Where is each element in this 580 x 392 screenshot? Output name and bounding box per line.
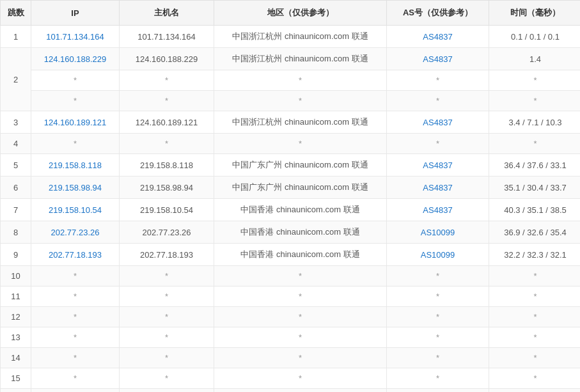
cell-region: 中国香港 chinaunicom.com 联通 (214, 199, 387, 221)
table-row: 12***** (1, 307, 581, 327)
cell-ip[interactable]: 202.77.18.193 (31, 244, 120, 266)
cell-ip[interactable]: 219.158.10.54 (31, 199, 120, 221)
cell-hop: 15 (1, 368, 31, 389)
cell-as: * (387, 348, 489, 368)
cell-ip: * (31, 266, 120, 286)
cell-star: * (214, 70, 387, 91)
cell-as: * (387, 266, 489, 286)
cell-ip[interactable]: 124.160.188.229 (31, 48, 120, 70)
header-as: AS号（仅供参考） (387, 1, 489, 26)
cell-as: * (387, 368, 489, 389)
cell-ip: * (31, 134, 120, 154)
cell-host: 202.77.23.26 (120, 221, 214, 244)
cell-host: * (120, 286, 214, 307)
cell-hop: 9 (1, 244, 31, 266)
table-row: 6219.158.98.94219.158.98.94中国广东广州 chinau… (1, 176, 581, 199)
cell-region: 中国香港 chinaunicom.com 联通 (214, 244, 387, 266)
cell-as: * (387, 286, 489, 307)
cell-hop: 8 (1, 221, 31, 244)
cell-host: * (120, 266, 214, 286)
table-row: 4***** (1, 134, 581, 154)
cell-as[interactable]: AS136950 (387, 389, 489, 393)
table-row: 14***** (1, 348, 581, 368)
cell-as[interactable]: AS4837 (387, 26, 489, 48)
cell-host: * (120, 348, 214, 368)
cell-time: * (489, 348, 581, 368)
cell-ip[interactable]: 219.158.8.118 (31, 154, 120, 176)
table-row: 11***** (1, 286, 581, 307)
cell-star: * (489, 70, 581, 91)
cell-host: * (120, 134, 214, 154)
cell-hop: 12 (1, 307, 31, 327)
cell-region: 中国香港 kx-idc.com (214, 389, 387, 393)
cell-as: * (387, 307, 489, 327)
cell-region: * (214, 348, 387, 368)
cell-hop: 11 (1, 286, 31, 307)
header-host: 主机名 (120, 1, 214, 26)
cell-region: * (214, 286, 387, 307)
cell-hop: 1 (1, 26, 31, 48)
cell-time: * (489, 134, 581, 154)
cell-ip[interactable]: 202.77.23.26 (31, 221, 120, 244)
cell-host: 219.158.10.54 (120, 199, 214, 221)
cell-as[interactable]: AS4837 (387, 199, 489, 221)
cell-hop: 16 (1, 389, 31, 393)
cell-host: 103.100.62.105 (120, 389, 214, 393)
cell-host: 124.160.188.229 (120, 48, 214, 70)
cell-region: 中国香港 chinaunicom.com 联通 (214, 221, 387, 244)
cell-star: * (489, 91, 581, 111)
cell-star: * (31, 91, 120, 111)
cell-hop: 4 (1, 134, 31, 154)
cell-as: * (387, 134, 489, 154)
cell-region: * (214, 266, 387, 286)
cell-ip[interactable]: 103.100.62.105 (31, 389, 120, 393)
table-row: 10***** (1, 266, 581, 286)
cell-time: * (489, 307, 581, 327)
table-header-row: 跳数 IP 主机名 地区（仅供参考） AS号（仅供参考） 时间（毫秒） (1, 1, 581, 26)
table-row: ***** (1, 70, 581, 91)
cell-ip[interactable]: 101.71.134.164 (31, 26, 120, 48)
table-row: 13***** (1, 327, 581, 348)
cell-star: * (214, 91, 387, 111)
cell-time: 30.1 / 30 / 30.1 (489, 389, 581, 393)
cell-region: 中国浙江杭州 chinaunicom.com 联通 (214, 111, 387, 134)
cell-ip[interactable]: 219.158.98.94 (31, 176, 120, 199)
cell-host: 124.160.189.121 (120, 111, 214, 134)
cell-ip: * (31, 327, 120, 348)
cell-ip[interactable]: 124.160.189.121 (31, 111, 120, 134)
cell-host: 219.158.98.94 (120, 176, 214, 199)
cell-region: 中国浙江杭州 chinaunicom.com 联通 (214, 48, 387, 70)
cell-time: 35.1 / 30.4 / 33.7 (489, 176, 581, 199)
cell-time: 40.3 / 35.1 / 38.5 (489, 199, 581, 221)
cell-as[interactable]: AS4837 (387, 154, 489, 176)
cell-host: 202.77.18.193 (120, 244, 214, 266)
cell-ip: * (31, 286, 120, 307)
cell-time: 36.4 / 37.6 / 33.1 (489, 154, 581, 176)
cell-as[interactable]: AS10099 (387, 221, 489, 244)
cell-host: 101.71.134.164 (120, 26, 214, 48)
cell-star: * (387, 70, 489, 91)
cell-as[interactable]: AS4837 (387, 111, 489, 134)
table-row: 8202.77.23.26202.77.23.26中国香港 chinaunico… (1, 221, 581, 244)
table-row: 2124.160.188.229124.160.188.229中国浙江杭州 ch… (1, 48, 581, 70)
cell-host: * (120, 368, 214, 389)
cell-hop: 3 (1, 111, 31, 134)
header-ip: IP (31, 1, 120, 26)
header-time: 时间（毫秒） (489, 1, 581, 26)
table-row: 1101.71.134.164101.71.134.164中国浙江杭州 chin… (1, 26, 581, 48)
cell-host: * (120, 327, 214, 348)
table-row: 3124.160.189.121124.160.189.121中国浙江杭州 ch… (1, 111, 581, 134)
cell-star: * (387, 91, 489, 111)
traceroute-table: 跳数 IP 主机名 地区（仅供参考） AS号（仅供参考） 时间（毫秒） 1101… (0, 0, 580, 392)
header-hop: 跳数 (1, 1, 31, 26)
cell-as[interactable]: AS4837 (387, 48, 489, 70)
cell-as[interactable]: AS10099 (387, 244, 489, 266)
cell-region: 中国广东广州 chinaunicom.com 联通 (214, 176, 387, 199)
table-row: 9202.77.18.193202.77.18.193中国香港 chinauni… (1, 244, 581, 266)
cell-as[interactable]: AS4837 (387, 176, 489, 199)
header-region: 地区（仅供参考） (214, 1, 387, 26)
cell-region: * (214, 134, 387, 154)
cell-time: 36.9 / 32.6 / 35.4 (489, 221, 581, 244)
cell-star: * (31, 70, 120, 91)
cell-time: 1.4 (489, 48, 581, 70)
